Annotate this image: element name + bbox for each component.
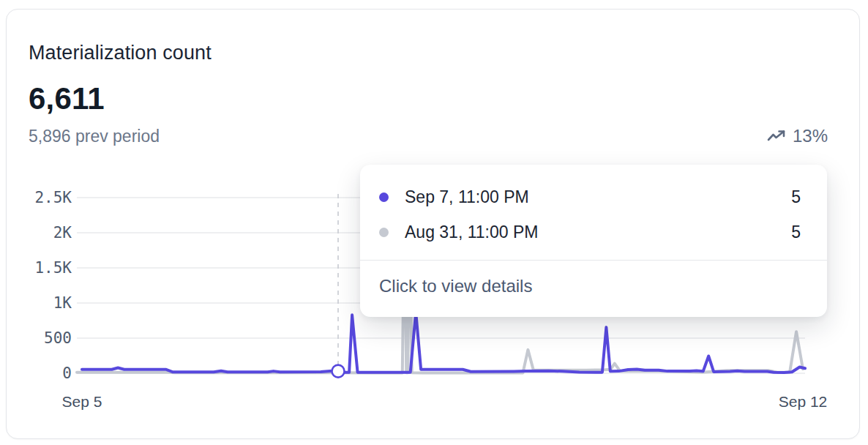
svg-text:1K: 1K	[53, 294, 72, 312]
svg-text:1.5K: 1.5K	[34, 259, 72, 277]
tooltip-row-label: Aug 31, 11:00 PM	[405, 222, 538, 242]
svg-text:Sep 12: Sep 12	[779, 393, 828, 410]
chart-tooltip: Sep 7, 11:00 PM 5 Aug 31, 11:00 PM 5 Cli…	[360, 165, 827, 317]
svg-text:Sep 5: Sep 5	[62, 393, 102, 410]
svg-text:2.5K: 2.5K	[34, 189, 72, 206]
tooltip-rows: Sep 7, 11:00 PM 5 Aug 31, 11:00 PM 5	[360, 165, 827, 250]
tooltip-row-label: Sep 7, 11:00 PM	[405, 187, 529, 207]
svg-text:0: 0	[62, 364, 72, 382]
previous-series-dot	[379, 228, 389, 237]
current-series-dot	[379, 192, 389, 202]
tooltip-row-current: Sep 7, 11:00 PM 5	[379, 179, 801, 214]
tooltip-row-value: 5	[791, 222, 801, 242]
tooltip-footer: Click to view details	[360, 261, 827, 296]
svg-text:500: 500	[44, 329, 72, 347]
svg-text:2K: 2K	[53, 224, 72, 242]
tooltip-row-value: 5	[791, 187, 801, 207]
tooltip-row-previous: Aug 31, 11:00 PM 5	[379, 214, 801, 250]
